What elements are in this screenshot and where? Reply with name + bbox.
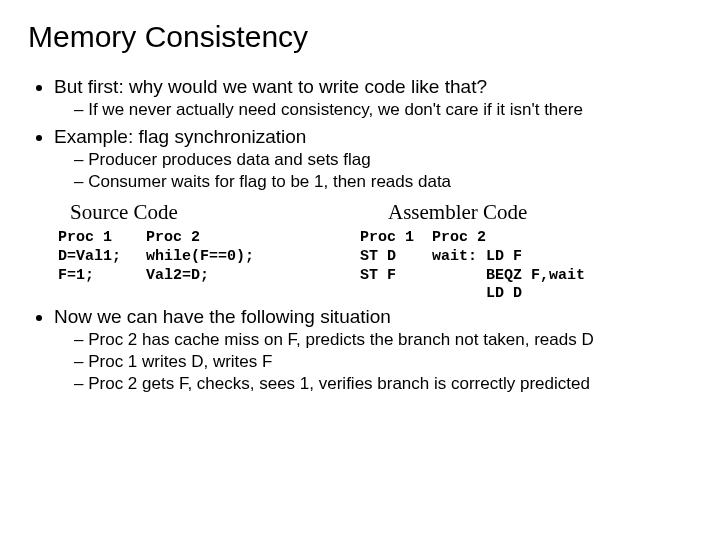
asm-p2-header: Proc 2	[432, 229, 692, 248]
asm-p1-header: Proc 1	[360, 229, 432, 248]
asm-p1-l3	[360, 285, 432, 304]
bullet-1-sub1: If we never actually need consistency, w…	[74, 100, 692, 120]
bullet-2: Example: flag synchronization Producer p…	[54, 126, 692, 192]
slide: Memory Consistency But first: why would …	[0, 0, 720, 394]
assembler-code-column: Assembler Code Proc 1 Proc 2 ST D wait: …	[360, 200, 692, 304]
asm-p2-l2: BEQZ F,wait	[432, 267, 692, 286]
source-code-label: Source Code	[58, 200, 360, 225]
source-code-column: Source Code Proc 1 Proc 2 D=Val1; while(…	[28, 200, 360, 304]
assembler-code-label: Assembler Code	[360, 200, 692, 225]
src-p1-l2: F=1;	[58, 267, 146, 286]
bullet-3-sub2: Proc 1 writes D, writes F	[74, 352, 692, 372]
bullet-3: Now we can have the following situation …	[54, 306, 692, 394]
bullet-2-sub1: Producer produces data and sets flag	[74, 150, 692, 170]
bullet-1-text: But first: why would we want to write co…	[54, 76, 487, 97]
src-p1-l1: D=Val1;	[58, 248, 146, 267]
asm-p2-l1: wait: LD F	[432, 248, 692, 267]
src-p1-header: Proc 1	[58, 229, 146, 248]
src-p2-l1: while(F==0);	[146, 248, 360, 267]
src-p2-l2: Val2=D;	[146, 267, 360, 286]
bullet-1: But first: why would we want to write co…	[54, 76, 692, 120]
src-p2-header: Proc 2	[146, 229, 360, 248]
asm-p1-l2: ST F	[360, 267, 432, 286]
code-columns: Source Code Proc 1 Proc 2 D=Val1; while(…	[28, 200, 692, 304]
bullet-3-sub1: Proc 2 has cache miss on F, predicts the…	[74, 330, 692, 350]
bullet-3-text: Now we can have the following situation	[54, 306, 391, 327]
assembler-code-grid: Proc 1 Proc 2 ST D wait: LD F ST F BEQZ …	[360, 229, 692, 304]
page-title: Memory Consistency	[28, 20, 692, 54]
bullets-top: But first: why would we want to write co…	[28, 76, 692, 192]
bullets-bottom: Now we can have the following situation …	[28, 306, 692, 394]
source-code-grid: Proc 1 Proc 2 D=Val1; while(F==0); F=1; …	[58, 229, 360, 285]
bullet-3-sub3: Proc 2 gets F, checks, sees 1, verifies …	[74, 374, 692, 394]
asm-p1-l1: ST D	[360, 248, 432, 267]
asm-p2-l3: LD D	[432, 285, 692, 304]
bullet-2-text: Example: flag synchronization	[54, 126, 306, 147]
bullet-2-sub2: Consumer waits for flag to be 1, then re…	[74, 172, 692, 192]
